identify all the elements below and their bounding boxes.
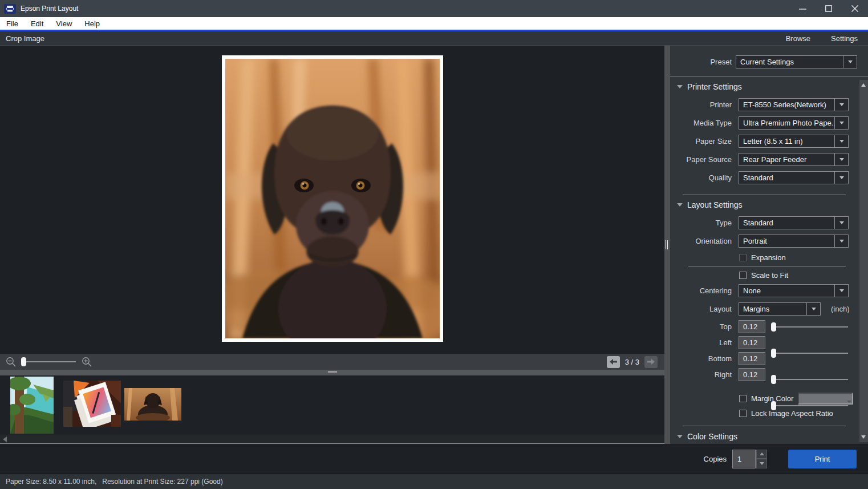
browse-tab[interactable]: Browse: [786, 34, 810, 43]
margin-right-input[interactable]: 0.12: [739, 368, 765, 381]
chevron-down-icon: [839, 289, 844, 292]
thumbnail-coastal-landscape[interactable]: [10, 377, 54, 434]
bottom-bar: Copies 1 Print: [0, 444, 868, 474]
app-printer-icon: [4, 4, 16, 14]
slider-handle[interactable]: [771, 375, 776, 384]
chevron-down-icon: [839, 176, 844, 179]
margin-right-label: Right: [715, 370, 732, 379]
next-page-icon: [647, 359, 655, 365]
lock-aspect-checkbox[interactable]: [739, 410, 747, 417]
scrollbar-down-icon[interactable]: [861, 435, 866, 439]
next-page-button[interactable]: [644, 356, 658, 368]
chevron-down-icon: [839, 122, 844, 124]
vertical-splitter[interactable]: [664, 46, 670, 444]
title-bar: Epson Print Layout: [0, 0, 868, 17]
panel-scrollbar[interactable]: [859, 80, 868, 442]
crop-image-button[interactable]: Crop Image: [6, 34, 44, 43]
zoom-slider-handle[interactable]: [21, 357, 26, 366]
thumbnail-photo-prints[interactable]: [63, 381, 121, 427]
paper-source-label: Paper Source: [687, 155, 732, 164]
thumb-scroll-left-icon[interactable]: [3, 437, 7, 442]
zoom-bar: 3 / 3: [0, 354, 664, 370]
zoom-out-icon[interactable]: [6, 357, 17, 367]
copies-input[interactable]: 1: [732, 450, 756, 468]
close-icon: [851, 5, 858, 12]
menu-file[interactable]: File: [0, 17, 25, 30]
margin-left-slider[interactable]: [771, 348, 848, 358]
top-toolbar: Crop Image Browse Settings: [0, 31, 868, 46]
media-type-label: Media Type: [693, 119, 732, 127]
menu-edit[interactable]: Edit: [25, 17, 50, 30]
slider-handle[interactable]: [771, 322, 776, 332]
preview-canvas[interactable]: [0, 46, 664, 354]
copies-increment-button[interactable]: [756, 450, 767, 459]
centering-dropdown[interactable]: None: [739, 284, 849, 297]
layout-settings-header[interactable]: Layout Settings: [677, 200, 743, 209]
thumbnail-scrollbar[interactable]: [0, 435, 664, 444]
copies-label: Copies: [704, 455, 727, 463]
dog-photo: [225, 59, 440, 338]
print-button[interactable]: Print: [788, 450, 857, 468]
margin-top-slider[interactable]: [771, 322, 848, 332]
scrollbar-up-icon[interactable]: [861, 83, 866, 87]
zoom-in-icon[interactable]: [82, 357, 92, 367]
margin-top-label: Top: [720, 322, 732, 331]
color-settings-header[interactable]: Color Settings: [677, 432, 737, 441]
slider-handle[interactable]: [771, 349, 776, 358]
printer-settings-header[interactable]: Printer Settings: [677, 82, 742, 91]
expansion-checkbox: [739, 254, 747, 261]
type-dropdown[interactable]: Standard: [739, 216, 849, 229]
orientation-dropdown[interactable]: Portrait: [739, 235, 849, 248]
thumbnail-dog-in-field[interactable]: [124, 388, 181, 421]
margin-bottom-slider[interactable]: [771, 374, 848, 385]
quality-label: Quality: [709, 173, 732, 182]
scale-to-fit-checkbox[interactable]: [739, 272, 747, 279]
panel-divider: [688, 266, 846, 266]
previous-page-button[interactable]: [607, 356, 620, 368]
maximize-button[interactable]: [816, 0, 842, 17]
paper-size-dropdown[interactable]: Letter (8.5 x 11 in): [739, 135, 849, 148]
page-indicator: 3 / 3: [625, 358, 639, 366]
centering-label: Centering: [700, 286, 732, 295]
chevron-down-icon: [839, 240, 844, 243]
menu-help[interactable]: Help: [78, 17, 106, 30]
margin-bottom-label: Bottom: [708, 354, 732, 363]
scale-to-fit-checkbox-row[interactable]: Scale to Fit: [739, 271, 788, 280]
margin-top-input[interactable]: 0.12: [739, 320, 765, 333]
horizontal-splitter[interactable]: [0, 370, 664, 375]
margin-bottom-input[interactable]: 0.12: [739, 352, 765, 365]
copies-decrement-button[interactable]: [756, 459, 767, 468]
zoom-slider-track: [21, 361, 76, 362]
media-type-dropdown[interactable]: Ultra Premium Photo Pape...: [739, 116, 849, 130]
down-arrow-icon: [760, 462, 764, 465]
quality-dropdown[interactable]: Standard: [739, 171, 849, 184]
status-bar: Paper Size: 8.50 x 11.00 inch, Resolutio…: [0, 474, 868, 489]
printer-dropdown[interactable]: ET-8550 Series(Network): [739, 98, 849, 111]
panel-divider: [683, 426, 846, 426]
margin-left-input[interactable]: 0.12: [739, 336, 765, 349]
lock-aspect-row: Lock Image Aspect Ratio: [739, 409, 833, 418]
status-text: Paper Size: 8.50 x 11.00 inch, Resolutio…: [6, 478, 223, 486]
collapse-triangle-icon: [677, 85, 683, 88]
zoom-slider[interactable]: [21, 357, 76, 367]
settings-tab[interactable]: Settings: [831, 34, 858, 43]
paper-source-dropdown[interactable]: Rear Paper Feeder: [739, 153, 849, 166]
chevron-down-icon: [848, 60, 853, 63]
main-area: 3 / 3: [0, 46, 868, 444]
maximize-icon: [825, 5, 832, 12]
thumbnail-strip: [0, 375, 664, 435]
expansion-checkbox-row: Expansion: [739, 253, 786, 262]
margin-color-checkbox[interactable]: [739, 395, 747, 402]
close-button[interactable]: [842, 0, 868, 17]
vertical-splitter-grip: [666, 240, 669, 249]
panel-divider: [683, 195, 846, 195]
menu-view[interactable]: View: [50, 17, 78, 30]
paper-preview[interactable]: [222, 55, 443, 342]
settings-panel: Preset Current Settings Printer Settings…: [670, 46, 868, 444]
printer-label: Printer: [710, 100, 732, 109]
preset-dropdown[interactable]: Current Settings: [736, 55, 857, 68]
window-title: Epson Print Layout: [21, 5, 78, 13]
minimize-button[interactable]: [789, 0, 816, 17]
margin-color-swatch[interactable]: [798, 393, 853, 405]
layout-mode-dropdown[interactable]: Margins: [739, 302, 821, 316]
